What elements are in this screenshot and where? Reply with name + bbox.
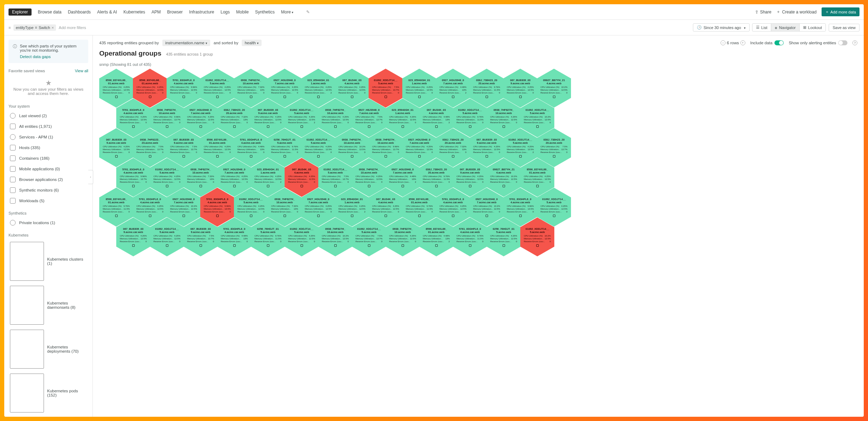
entity-checkbox[interactable] xyxy=(402,185,404,187)
sidebar-collapse-handle[interactable]: ‹ xyxy=(88,170,93,184)
entity-checkbox[interactable] xyxy=(435,185,438,187)
sidebar-item-services-apm-[interactable]: Services - APM (1) xyxy=(9,132,88,142)
include-data-toggle[interactable] xyxy=(774,40,784,45)
entity-checkbox[interactable] xyxy=(486,215,488,217)
entity-checkbox[interactable] xyxy=(301,244,303,247)
entity-checkbox[interactable] xyxy=(503,185,505,187)
entity-checkbox[interactable] xyxy=(200,125,202,128)
entity-checkbox[interactable] xyxy=(115,215,118,217)
view-list[interactable]: ☰List xyxy=(752,23,771,32)
sidebar-item-kubernetes-clusters-[interactable]: Kubernetes clusters (1) xyxy=(9,239,88,283)
entity-checkbox[interactable] xyxy=(469,244,471,247)
entity-checkbox[interactable] xyxy=(233,125,236,128)
sidebar-item-private-locations-[interactable]: Private locations (1) xyxy=(9,217,88,228)
entity-checkbox[interactable] xyxy=(267,125,269,128)
add-filters-link[interactable]: Add more filters xyxy=(59,25,86,30)
entity-checkbox[interactable] xyxy=(301,125,303,128)
entity-checkbox[interactable] xyxy=(334,185,337,187)
entity-checkbox[interactable] xyxy=(553,215,555,217)
edit-icon[interactable]: ✎ xyxy=(306,10,310,15)
sidebar-item-kubernetes-daemonsets-[interactable]: Kubernetes daemonsets (8) xyxy=(9,283,88,327)
entity-checkbox[interactable] xyxy=(200,185,202,187)
entity-checkbox[interactable] xyxy=(553,96,555,98)
close-icon[interactable] xyxy=(51,25,54,30)
entity-checkbox[interactable] xyxy=(385,215,387,217)
entity-checkbox[interactable] xyxy=(233,244,236,247)
entity-checkbox[interactable] xyxy=(149,96,151,98)
entity-hex[interactable]: 5761_83GHFL6_04.acme.car.webCPU Utilizat… xyxy=(217,217,251,256)
sidebar-item-kubernetes-deployments-[interactable]: Kubernetes deployments (70) xyxy=(9,327,88,371)
nav-infrastructure[interactable]: Infrastructure xyxy=(189,10,214,15)
entity-checkbox[interactable] xyxy=(469,185,471,187)
entity-checkbox[interactable] xyxy=(216,155,219,158)
entity-checkbox[interactable] xyxy=(503,125,505,128)
sidebar-item-hosts-[interactable]: Hosts (335) xyxy=(9,142,88,153)
entity-checkbox[interactable] xyxy=(418,96,421,98)
entity-checkbox[interactable] xyxy=(452,155,454,158)
nav-kubernetes[interactable]: Kubernetes xyxy=(123,10,145,15)
filter-icon[interactable]: ≡ xyxy=(9,25,11,30)
entity-checkbox[interactable] xyxy=(368,125,370,128)
entity-checkbox[interactable] xyxy=(536,125,539,128)
entity-checkbox[interactable] xyxy=(183,96,185,98)
sidebar-item-browser-applications-[interactable]: Browser applications (2) xyxy=(9,174,88,185)
entity-checkbox[interactable] xyxy=(115,155,118,158)
entity-hex[interactable]: 01092_XDDJT14__5.acme.webCPU Utilization… xyxy=(150,217,184,256)
nav-dashboards[interactable]: Dashboards xyxy=(68,10,91,15)
entity-checkbox[interactable] xyxy=(503,244,505,247)
entity-checkbox[interactable] xyxy=(452,215,454,217)
sidebar-item-containers-[interactable]: Containers (186) xyxy=(9,153,88,164)
nav-browser[interactable]: Browser xyxy=(167,10,183,15)
entity-hex[interactable]: 067_BUE839_039.acme.car.webCPU Utilizati… xyxy=(116,217,150,256)
entity-checkbox[interactable] xyxy=(250,215,252,217)
entity-hex[interactable]: 01092_XDDJT14__5.acme.webCPU Utilization… xyxy=(352,217,386,256)
only-alerting-toggle[interactable] xyxy=(838,40,847,45)
entity-checkbox[interactable] xyxy=(418,155,421,158)
entity-checkbox[interactable] xyxy=(317,96,320,98)
entity-checkbox[interactable] xyxy=(183,155,185,158)
entity-hex[interactable]: 5761_83GHFL6_04.acme.car.webCPU Utilizat… xyxy=(453,217,487,256)
entity-checkbox[interactable] xyxy=(149,155,151,158)
entity-checkbox[interactable] xyxy=(486,155,488,158)
entity-checkbox[interactable] xyxy=(284,96,286,98)
entity-checkbox[interactable] xyxy=(536,244,539,247)
entity-checkbox[interactable] xyxy=(149,215,151,217)
entity-checkbox[interactable] xyxy=(166,185,168,187)
entity-checkbox[interactable] xyxy=(317,215,320,217)
entity-checkbox[interactable] xyxy=(166,125,168,128)
sidebar-item-workloads-[interactable]: Workloads (5) xyxy=(9,195,88,206)
entity-checkbox[interactable] xyxy=(334,244,337,247)
entity-checkbox[interactable] xyxy=(435,125,438,128)
entity-checkbox[interactable] xyxy=(334,125,337,128)
entity-checkbox[interactable] xyxy=(519,215,522,217)
entity-checkbox[interactable] xyxy=(250,96,252,98)
sidebar-item-all-entities-[interactable]: All entities (1,971) xyxy=(9,121,88,132)
entity-checkbox[interactable] xyxy=(351,96,353,98)
sort-select[interactable]: health xyxy=(242,40,261,46)
explorer-badge[interactable]: Explorer xyxy=(9,8,32,16)
entity-checkbox[interactable] xyxy=(267,244,269,247)
entity-checkbox[interactable] xyxy=(536,185,539,187)
group-by-select[interactable]: instrumentation.name xyxy=(162,40,210,46)
entity-checkbox[interactable] xyxy=(317,155,320,158)
entity-hex[interactable]: 067_BUE839_039.acme.car.webCPU Utilizati… xyxy=(184,217,218,256)
view-lookout[interactable]: ⊞Lookout xyxy=(799,23,826,32)
entity-hex[interactable]: 0938_7HF827H_10.acme.webCPU Utilization … xyxy=(318,217,352,256)
entity-checkbox[interactable] xyxy=(166,244,168,247)
minus-icon[interactable]: − xyxy=(721,40,726,45)
nav-synthetics[interactable]: Synthetics xyxy=(255,10,275,15)
entity-checkbox[interactable] xyxy=(284,155,286,158)
entity-checkbox[interactable] xyxy=(301,185,303,187)
entity-hex[interactable]: 0256_76HDJT_015.acme.webCPU Utilization … xyxy=(487,217,521,256)
entity-hex[interactable]: 01092_XDDJT14__5.acme.webCPU Utilization… xyxy=(285,217,319,256)
entity-checkbox[interactable] xyxy=(216,96,219,98)
view-all-link[interactable]: View all xyxy=(75,69,88,73)
entity-checkbox[interactable] xyxy=(183,215,185,217)
detect-data-gaps-link[interactable]: Detect data gaps xyxy=(20,55,84,59)
sidebar-item-kubernetes-pods-[interactable]: Kubernetes pods (152) xyxy=(9,371,88,415)
entity-checkbox[interactable] xyxy=(216,215,219,217)
entity-checkbox[interactable] xyxy=(250,155,252,158)
entity-checkbox[interactable] xyxy=(233,185,236,187)
add-more-data-button[interactable]: ＋ Add more data xyxy=(822,7,859,16)
entity-hex[interactable]: 01092_XDDJT14__5.acme.webCPU Utilization… xyxy=(520,217,554,256)
